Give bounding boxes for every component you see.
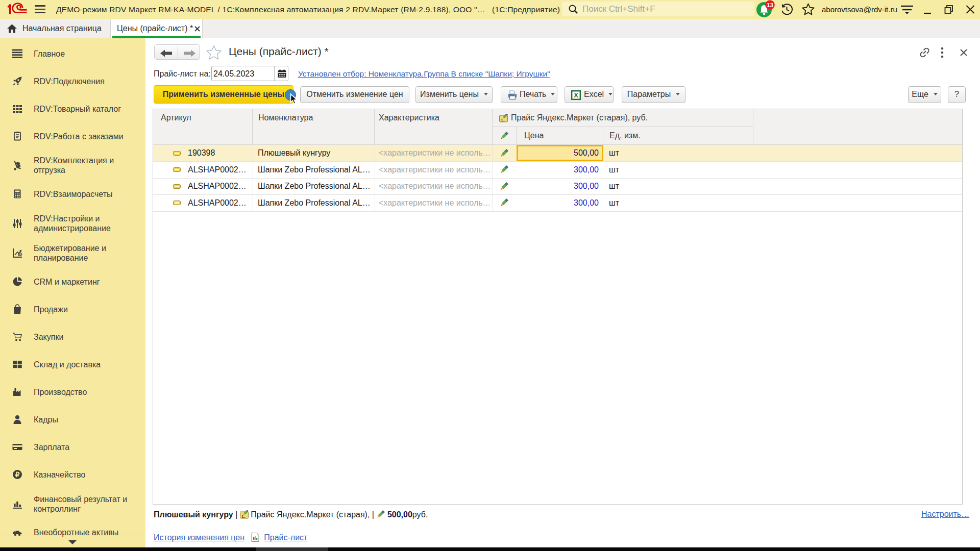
svg-text:1..: 1.. [241, 515, 245, 518]
svg-text:₽: ₽ [15, 471, 20, 479]
svg-text:X: X [574, 91, 578, 99]
svg-text:13: 13 [767, 2, 773, 8]
svg-text:1..: 1.. [501, 118, 505, 122]
